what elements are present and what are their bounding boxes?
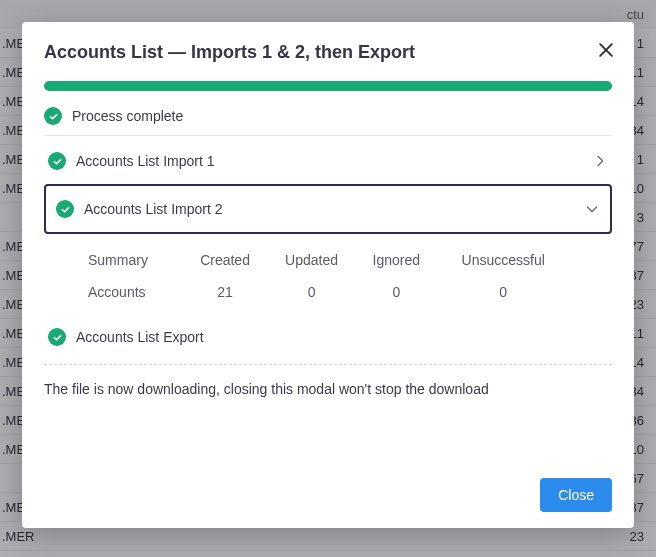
section-import-1[interactable]: Accounts List Import 1 bbox=[44, 144, 612, 178]
status-text: Process complete bbox=[72, 108, 183, 124]
modal-overlay: Accounts List — Imports 1 & 2, then Expo… bbox=[0, 0, 656, 557]
summary-cell: 21 bbox=[183, 274, 267, 310]
section-import-2[interactable]: Accounts List Import 2 bbox=[44, 184, 612, 234]
checkmark-icon bbox=[48, 328, 66, 346]
progress-bar bbox=[44, 81, 612, 91]
summary-cell: Accounts bbox=[84, 274, 183, 310]
summary-header: Summary bbox=[84, 246, 183, 274]
summary-header: Updated bbox=[267, 246, 356, 274]
summary-header: Ignored bbox=[356, 246, 437, 274]
summary-header: Created bbox=[183, 246, 267, 274]
chevron-right-icon bbox=[592, 153, 608, 169]
chevron-down-icon bbox=[584, 201, 600, 217]
import-2-summary: Summary Created Updated Ignored Unsucces… bbox=[44, 234, 612, 316]
close-button[interactable]: Close bbox=[540, 478, 612, 512]
section-label: Accounts List Import 1 bbox=[76, 153, 582, 169]
summary-table: Summary Created Updated Ignored Unsucces… bbox=[84, 246, 570, 310]
summary-cell: 0 bbox=[437, 274, 570, 310]
summary-header: Unsuccessful bbox=[437, 246, 570, 274]
divider-dashed bbox=[44, 364, 612, 365]
import-export-modal: Accounts List — Imports 1 & 2, then Expo… bbox=[22, 22, 634, 528]
summary-cell: 0 bbox=[267, 274, 356, 310]
checkmark-icon bbox=[44, 107, 62, 125]
summary-cell: 0 bbox=[356, 274, 437, 310]
progress-fill bbox=[44, 81, 612, 91]
checkmark-icon bbox=[48, 152, 66, 170]
section-label: Accounts List Export bbox=[76, 329, 608, 345]
download-note: The file is now downloading, closing thi… bbox=[44, 381, 612, 397]
section-label: Accounts List Import 2 bbox=[84, 201, 574, 217]
table-row: Accounts 21 0 0 0 bbox=[84, 274, 570, 310]
divider bbox=[44, 135, 612, 136]
section-export[interactable]: Accounts List Export bbox=[44, 320, 612, 354]
modal-title: Accounts List — Imports 1 & 2, then Expo… bbox=[44, 42, 612, 63]
checkmark-icon bbox=[56, 200, 74, 218]
close-icon[interactable] bbox=[596, 40, 616, 60]
